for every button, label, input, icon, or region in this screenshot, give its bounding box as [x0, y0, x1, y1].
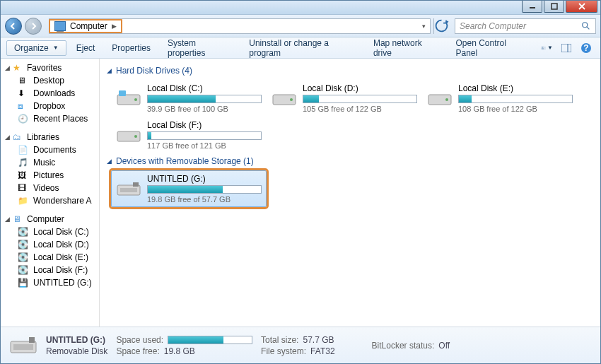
sidebar-computer-header[interactable]: ◢🖥Computer	[1, 213, 99, 225]
drive-f[interactable]: Local Disk (F:)117 GB free of 121 GB	[111, 117, 267, 153]
uninstall-button[interactable]: Uninstall or change a program	[242, 40, 363, 56]
sidebar-item-downloads[interactable]: ⬇Downloads	[1, 87, 99, 100]
removable-icon	[116, 176, 141, 201]
close-button[interactable]	[566, 1, 597, 13]
filesystem-value: FAT32	[310, 346, 334, 356]
hdd-icon: 💽	[18, 227, 29, 237]
computer-icon	[54, 21, 66, 31]
details-title: UNTITLED (G:)	[46, 335, 105, 345]
svg-line-5	[587, 26, 590, 29]
hdd-icon	[116, 86, 141, 111]
section-removable-header[interactable]: ◢Devices with Removable Storage (1)	[107, 156, 593, 166]
svg-rect-24	[120, 188, 137, 192]
back-button[interactable]	[5, 18, 22, 35]
sidebar-item-drive-e[interactable]: 💽Local Disk (E:)	[1, 251, 99, 264]
bitlocker-label: BitLocker status:	[372, 341, 435, 351]
sidebar-item-videos[interactable]: 🎞Videos	[1, 182, 99, 194]
forward-button[interactable]	[25, 18, 42, 35]
videos-icon: 🎞	[18, 183, 29, 193]
drive-name: Local Disk (F:)	[147, 120, 262, 130]
documents-icon: 📄	[18, 145, 29, 155]
svg-rect-1	[552, 4, 557, 9]
help-button[interactable]: ?	[578, 40, 595, 56]
map-drive-button[interactable]: Map network drive	[366, 40, 446, 56]
desktop-icon: 🖥	[18, 76, 29, 86]
body: ◢★Favorites 🖥Desktop ⬇Downloads ⧈Dropbox…	[1, 59, 600, 327]
explorer-window: Computer ▶ ▾ Search Computer Organize▼ E…	[0, 0, 601, 364]
sidebar-item-dropbox[interactable]: ⧈Dropbox	[1, 100, 99, 112]
organize-button[interactable]: Organize▼	[6, 40, 66, 56]
preview-pane-button[interactable]	[559, 40, 575, 56]
drive-c[interactable]: Local Disk (C:)39.9 GB free of 100 GB	[111, 80, 267, 117]
sidebar-item-desktop[interactable]: 🖥Desktop	[1, 74, 99, 87]
properties-button[interactable]: Properties	[105, 40, 158, 56]
sidebar-item-drive-d[interactable]: 💽Local Disk (D:)	[1, 238, 99, 251]
control-panel-button[interactable]: Open Control Panel	[448, 40, 532, 56]
sidebar: ◢★Favorites 🖥Desktop ⬇Downloads ⧈Dropbox…	[1, 59, 100, 327]
removable-drives: UNTITLED (G:)19.8 GB free of 57.7 GB	[111, 170, 593, 207]
recent-icon: 🕘	[18, 114, 29, 124]
svg-rect-25	[133, 182, 139, 187]
sidebar-favorites-header[interactable]: ◢★Favorites	[1, 61, 99, 74]
sidebar-item-drive-f[interactable]: 💽Local Disk (F:)	[1, 264, 99, 276]
drive-d[interactable]: Local Disk (D:)105 GB free of 122 GB	[267, 80, 422, 117]
view-options-button[interactable]: ▼	[539, 40, 556, 56]
removable-icon: 💾	[18, 278, 29, 288]
svg-point-22	[134, 135, 137, 138]
music-icon: 🎵	[18, 158, 29, 168]
svg-text:?: ?	[583, 43, 588, 53]
sidebar-item-music[interactable]: 🎵Music	[1, 156, 99, 169]
svg-rect-27	[13, 344, 33, 350]
search-placeholder: Search Computer	[460, 21, 581, 31]
drive-g[interactable]: UNTITLED (G:)19.8 GB free of 57.7 GB	[111, 170, 267, 207]
sidebar-item-documents[interactable]: 📄Documents	[1, 143, 99, 156]
svg-point-16	[134, 98, 137, 101]
sidebar-item-drive-g[interactable]: 💾UNTITLED (G:)	[1, 276, 99, 289]
drive-free-text: 117 GB free of 121 GB	[147, 141, 262, 150]
hdd-icon	[116, 122, 141, 148]
sidebar-item-recent[interactable]: 🕘Recent Places	[1, 112, 99, 125]
drive-e[interactable]: Local Disk (E:)108 GB free of 122 GB	[422, 80, 578, 117]
refresh-button[interactable]	[433, 18, 449, 34]
hdd-icon: 💽	[18, 240, 29, 249]
space-free-value: 19.8 GB	[164, 346, 195, 356]
drive-name: Local Disk (C:)	[147, 83, 262, 93]
svg-rect-6	[542, 47, 543, 48]
nav-bar: Computer ▶ ▾ Search Computer	[1, 15, 600, 37]
star-icon: ★	[13, 63, 24, 73]
content-pane: ◢Hard Disk Drives (4) Local Disk (C:)39.…	[100, 59, 600, 327]
svg-point-18	[290, 98, 293, 101]
bitlocker-value: Off	[438, 341, 450, 351]
drive-free-text: 19.8 GB free of 57.7 GB	[147, 195, 262, 204]
folder-icon: 📁	[18, 196, 29, 206]
maximize-button[interactable]	[544, 1, 564, 13]
minimize-button[interactable]	[522, 1, 542, 13]
sidebar-item-wondershare[interactable]: 📁Wondershare A	[1, 194, 99, 207]
svg-rect-10	[561, 44, 571, 52]
details-pane: UNTITLED (G:) Removable Disk Space used:…	[1, 327, 600, 363]
sidebar-item-drive-c[interactable]: 💽Local Disk (C:)	[1, 225, 99, 238]
search-input[interactable]: Search Computer	[455, 18, 596, 34]
pictures-icon: 🖼	[18, 170, 29, 180]
drive-free-text: 108 GB free of 122 GB	[458, 105, 573, 113]
hdd-icon: 💽	[18, 265, 29, 275]
address-bar[interactable]: Computer ▶ ▾	[49, 18, 431, 34]
details-subtitle: Removable Disk	[46, 346, 107, 356]
hdd-icon	[272, 86, 297, 111]
drive-free-text: 39.9 GB free of 100 GB	[147, 105, 262, 113]
removable-icon	[9, 333, 37, 358]
filesystem-label: File system:	[261, 346, 306, 356]
sidebar-libraries-header[interactable]: ◢🗂Libraries	[1, 131, 99, 143]
svg-point-4	[583, 22, 588, 27]
eject-button[interactable]: Eject	[69, 40, 103, 56]
hdd-icon	[427, 86, 453, 111]
system-properties-button[interactable]: System properties	[161, 40, 239, 56]
titlebar	[1, 1, 600, 15]
svg-rect-28	[29, 337, 35, 343]
section-hdd-header[interactable]: ◢Hard Disk Drives (4)	[107, 66, 593, 76]
dropdown-arrow-icon[interactable]: ▾	[418, 23, 430, 30]
drive-name: Local Disk (E:)	[458, 83, 573, 93]
breadcrumb[interactable]: Computer ▶	[49, 19, 122, 33]
sidebar-item-pictures[interactable]: 🖼Pictures	[1, 169, 99, 182]
toolbar: Organize▼ Eject Properties System proper…	[1, 37, 600, 59]
